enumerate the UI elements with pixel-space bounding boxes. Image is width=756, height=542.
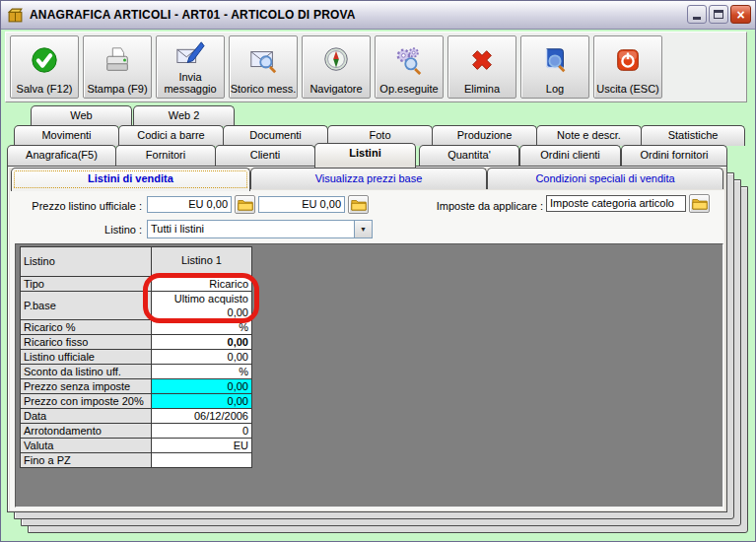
- message-history-button-label: Storico mess.: [231, 83, 297, 98]
- table-row-sconto[interactable]: Sconto da listino uff. %: [21, 364, 251, 378]
- folder-icon: [238, 198, 253, 211]
- row-value[interactable]: %: [152, 365, 251, 378]
- row-value[interactable]: 0,00: [152, 350, 251, 364]
- navigator-button[interactable]: Navigatore: [302, 35, 371, 99]
- tab-quantita[interactable]: Quantita': [419, 145, 519, 166]
- row-label: Fino a PZ: [21, 453, 152, 467]
- row-value[interactable]: Ricarico: [152, 277, 251, 291]
- tab-note-e-descr[interactable]: Note e descr.: [536, 125, 642, 146]
- message-history-button[interactable]: Storico mess.: [229, 35, 298, 99]
- exit-button[interactable]: Uscita (ESC): [593, 35, 662, 99]
- subtab-condizioni-speciali[interactable]: Condizioni speciali di vendita: [487, 168, 723, 189]
- row-value[interactable]: 0,00: [152, 335, 251, 349]
- table-header-row: Listino Listino 1: [21, 247, 251, 276]
- row-value[interactable]: %: [152, 320, 251, 334]
- maximize-icon: [714, 10, 723, 19]
- row-value-highlighted[interactable]: 0,00: [152, 379, 251, 393]
- book-search-icon: [540, 36, 570, 83]
- save-button[interactable]: Salva (F12): [10, 35, 79, 99]
- tab-anagrafica[interactable]: Anagrafica(F5): [7, 145, 116, 166]
- operations-button-label: Op.eseguite: [379, 83, 438, 98]
- folder-icon: [351, 198, 367, 211]
- power-icon: [613, 36, 643, 83]
- row-value[interactable]: EU: [152, 439, 251, 452]
- row-value[interactable]: 06/12/2006: [152, 409, 251, 423]
- row-label: Data: [21, 409, 152, 423]
- table-row-data[interactable]: Data 06/12/2006: [21, 408, 251, 423]
- row-label: Arrotondamento: [21, 424, 152, 438]
- close-button[interactable]: ×: [730, 5, 751, 24]
- tab-web[interactable]: Web: [31, 105, 132, 126]
- prezzo-folder-button-2[interactable]: [348, 195, 369, 214]
- imposte-folder-button[interactable]: [689, 194, 710, 213]
- save-button-label: Salva (F12): [17, 83, 73, 98]
- tab-listini-selected[interactable]: Listini: [314, 143, 416, 169]
- subtab-visualizza-prezzi-base[interactable]: Visualizza prezzi base: [250, 168, 487, 189]
- table-row-fino-a-pz[interactable]: Fino a PZ: [21, 452, 251, 467]
- table-row-arrotondamento[interactable]: Arrotondamento 0: [21, 423, 251, 438]
- title-bar[interactable]: ANAGRAFICA ARTICOLI - ART01 - ARTICOLO D…: [1, 1, 755, 30]
- exit-button-label: Uscita (ESC): [596, 83, 659, 98]
- table-row-pbase[interactable]: P.base Ultimo acquisto 0,00: [21, 291, 251, 319]
- gold-package-icon: [7, 7, 24, 24]
- table-row-prezzo-senza-imposte[interactable]: Prezzo senza imposte 0,00: [21, 378, 251, 393]
- prezzo-listino-input-2[interactable]: EU 0,00: [258, 196, 345, 213]
- operations-button[interactable]: Op.eseguite: [375, 35, 444, 99]
- navigator-button-label: Navigatore: [309, 83, 362, 98]
- row-value[interactable]: 0: [152, 424, 251, 438]
- table-row-listino-ufficiale[interactable]: Listino ufficiale 0,00: [21, 349, 251, 364]
- log-button[interactable]: Log: [520, 35, 589, 99]
- delete-button[interactable]: Elimina: [447, 35, 516, 99]
- row-label: Tipo: [21, 277, 152, 291]
- imposte-label: Imposte da applicare :: [415, 198, 543, 215]
- row-label: Sconto da listino uff.: [21, 365, 152, 378]
- tab-web-2[interactable]: Web 2: [133, 105, 235, 126]
- prezzo-folder-button-1[interactable]: [235, 195, 255, 214]
- listino-dropdown[interactable]: Tutti i listini ▼: [147, 220, 373, 238]
- table-row-tipo[interactable]: Tipo Ricarico: [21, 276, 251, 291]
- column-header-cell: Listino 1: [152, 247, 251, 276]
- send-message-button[interactable]: Invia messaggio: [156, 35, 225, 99]
- table-row-ricarico-fisso[interactable]: Ricarico fisso 0,00: [21, 334, 251, 349]
- minimize-button[interactable]: [687, 5, 707, 24]
- tab-ordini-clienti[interactable]: Ordini clienti: [519, 145, 621, 166]
- tab-documenti[interactable]: Documenti: [223, 125, 328, 146]
- listino-dropdown-value: Tutti i listini: [148, 221, 354, 237]
- application-window: ANAGRAFICA ARTICOLI - ART01 - ARTICOLO D…: [0, 0, 756, 542]
- row-value-highlighted[interactable]: 0,00: [152, 394, 251, 408]
- subtab-listini-di-vendita[interactable]: Listini di vendita: [11, 168, 250, 191]
- chevron-down-icon[interactable]: ▼: [354, 221, 372, 237]
- tab-codici-a-barre[interactable]: Codici a barre: [118, 125, 224, 146]
- row-value[interactable]: Ultimo acquisto 0,00: [152, 292, 251, 319]
- table-row-prezzo-con-imposte[interactable]: Prezzo con imposte 20% 0,00: [21, 393, 251, 408]
- send-message-button-label: Invia messaggio: [157, 71, 224, 98]
- folder-icon: [692, 197, 708, 210]
- maximize-button[interactable]: [709, 5, 728, 24]
- imposte-input[interactable]: Imposte categoria articolo: [546, 195, 686, 212]
- tab-movimenti[interactable]: Movimenti: [14, 125, 119, 146]
- printer-icon: [103, 36, 132, 83]
- gears-search-icon: [394, 36, 424, 83]
- row-label: Valuta: [21, 439, 152, 452]
- tab-ordini-fornitori[interactable]: Ordini fornitori: [621, 145, 727, 166]
- print-button[interactable]: Stampa (F9): [83, 35, 152, 99]
- message-search-icon: [248, 36, 278, 83]
- tab-statistiche[interactable]: Statistiche: [641, 125, 745, 146]
- table-row-ricarico-pct[interactable]: Ricarico % %: [21, 319, 251, 334]
- window-title: ANAGRAFICA ARTICOLI - ART01 - ARTICOLO D…: [30, 8, 356, 22]
- tab-produzione[interactable]: Produzione: [432, 125, 537, 146]
- delete-button-label: Elimina: [464, 83, 500, 98]
- log-button-label: Log: [546, 83, 564, 98]
- table-row-valuta[interactable]: Valuta EU: [21, 438, 251, 452]
- row-value[interactable]: [152, 453, 251, 467]
- save-check-icon: [30, 36, 59, 83]
- print-button-label: Stampa (F9): [87, 83, 147, 98]
- prezzo-listino-input-1[interactable]: EU 0,00: [147, 196, 232, 213]
- row-label: Ricarico %: [21, 320, 152, 334]
- pbase-value-line2: 0,00: [155, 305, 248, 319]
- row-label: P.base: [21, 292, 152, 319]
- tab-fornitori[interactable]: Fornitori: [115, 145, 216, 166]
- listini-table[interactable]: Listino Listino 1 Tipo Ricarico P.base U…: [20, 246, 252, 468]
- prezzo-listino-label: Prezzo listino ufficiale :: [19, 198, 142, 215]
- tab-clienti[interactable]: Clienti: [215, 145, 315, 166]
